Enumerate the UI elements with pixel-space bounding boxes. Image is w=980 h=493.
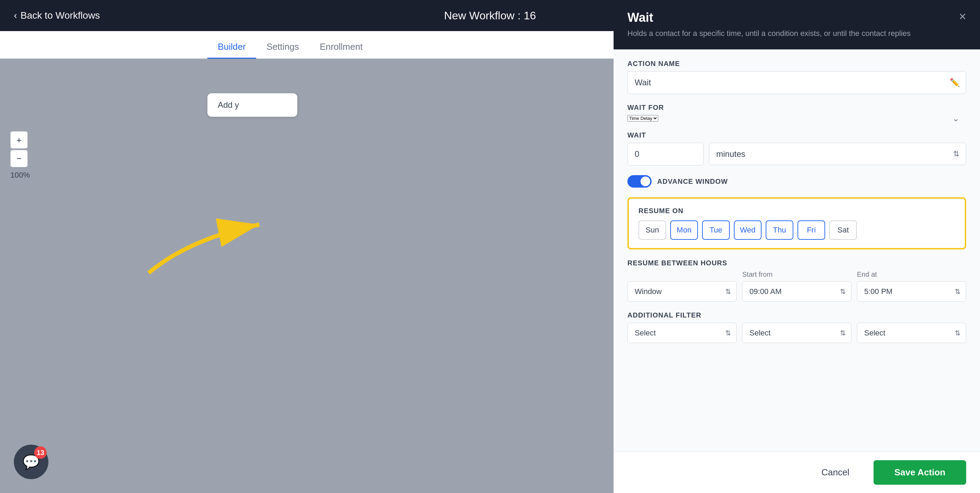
day-wed[interactable]: Wed (734, 220, 762, 240)
filter-select-3[interactable]: Select (857, 323, 966, 343)
advance-window-row: ADVANCE WINDOW (627, 175, 966, 188)
edit-icon: ✏️ (950, 78, 960, 87)
action-name-group: ACTION NAME ✏️ (627, 60, 966, 94)
zoom-controls: + − 100% (10, 131, 30, 180)
side-panel: Wait Holds a contact for a specific time… (614, 0, 980, 493)
window-select-wrapper: Window (627, 281, 737, 301)
day-sat[interactable]: Sat (829, 220, 857, 240)
wait-row: minutes hours days (627, 143, 966, 165)
wait-for-group: WAIT FOR Time Delay (627, 104, 966, 122)
back-label: Back to Workflows (21, 10, 100, 21)
action-name-label: ACTION NAME (627, 60, 966, 68)
wait-group: WAIT minutes hours days (627, 131, 966, 165)
chat-widget[interactable]: 💬 13 (14, 445, 48, 479)
window-select[interactable]: Window (627, 281, 737, 301)
filter-col-2: Select (742, 323, 851, 343)
advance-window-toggle[interactable] (627, 175, 652, 188)
back-arrow-icon: ‹ (14, 10, 17, 21)
days-row: Sun Mon Tue Wed Thu Fri Sat (638, 220, 955, 240)
wait-for-label: WAIT FOR (627, 104, 966, 112)
canvas-node: Add y (207, 93, 297, 117)
action-name-input[interactable] (627, 71, 966, 94)
panel-subtitle: Holds a contact for a specific time, unt… (627, 28, 910, 39)
add-step-text: Add y (218, 100, 239, 109)
wait-for-select-wrapper: Time Delay (627, 115, 966, 122)
day-mon[interactable]: Mon (670, 220, 698, 240)
start-from-col: Start from 09:00 AM (742, 271, 851, 301)
filter-select-2[interactable]: Select (742, 323, 851, 343)
resume-between-hours-group: RESUME BETWEEN HOURS Window Start from 0… (627, 259, 966, 301)
start-from-label: Start from (742, 271, 851, 279)
action-name-wrapper: ✏️ (627, 71, 966, 94)
panel-header: Wait Holds a contact for a specific time… (614, 0, 980, 49)
day-tue[interactable]: Tue (702, 220, 730, 240)
day-thu[interactable]: Thu (766, 220, 793, 240)
end-at-col: End at 5:00 PM (857, 271, 966, 301)
advance-window-label: ADVANCE WINDOW (657, 178, 728, 185)
end-at-label: End at (857, 271, 966, 279)
wait-number-input[interactable] (627, 143, 703, 165)
window-col: Window (627, 281, 737, 301)
hours-row: Window Start from 09:00 AM End at (627, 271, 966, 301)
zoom-out-button[interactable]: − (10, 150, 28, 167)
wait-label: WAIT (627, 131, 966, 139)
workflow-title: New Workflow : 16 (444, 10, 536, 22)
resume-on-section: RESUME ON Sun Mon Tue Wed Thu Fri Sat (627, 197, 966, 249)
end-at-select-wrapper: 5:00 PM (857, 281, 966, 301)
end-at-select[interactable]: 5:00 PM (857, 281, 966, 301)
close-button[interactable]: × (959, 10, 966, 23)
zoom-level: 100% (10, 171, 30, 180)
day-fri[interactable]: Fri (797, 220, 825, 240)
chat-badge: 13 (34, 446, 47, 459)
resume-between-hours-label: RESUME BETWEEN HOURS (627, 259, 966, 267)
arrow-svg (121, 197, 294, 283)
panel-footer: Cancel Save Action (614, 452, 980, 493)
zoom-in-button[interactable]: + (10, 131, 28, 149)
toggle-knob (641, 176, 650, 186)
filter-select-1[interactable]: Select (627, 323, 737, 343)
panel-title-section: Wait Holds a contact for a specific time… (627, 10, 910, 39)
resume-on-label: RESUME ON (638, 207, 955, 215)
back-button[interactable]: ‹ Back to Workflows (14, 10, 100, 21)
additional-filter-label: ADDITIONAL FILTER (627, 311, 966, 319)
cancel-button[interactable]: Cancel (804, 460, 867, 485)
panel-title: Wait (627, 10, 910, 25)
start-from-select[interactable]: 09:00 AM (742, 281, 851, 301)
filter-col-1: Select (627, 323, 737, 343)
filter-col-3: Select (857, 323, 966, 343)
wait-for-select[interactable]: Time Delay (627, 115, 658, 122)
wait-unit-select[interactable]: minutes hours days (709, 143, 966, 165)
tab-enrollment[interactable]: Enrollment (309, 36, 373, 59)
tab-settings[interactable]: Settings (256, 36, 309, 59)
day-sun[interactable]: Sun (638, 220, 666, 240)
tab-builder[interactable]: Builder (207, 36, 256, 59)
filter-row: Select Select Select (627, 323, 966, 343)
start-from-select-wrapper: 09:00 AM (742, 281, 851, 301)
panel-content: ACTION NAME ✏️ WAIT FOR Time Delay WAIT (614, 49, 980, 452)
arrow-annotation (121, 197, 294, 285)
additional-filter-group: ADDITIONAL FILTER Select Select Select (627, 311, 966, 343)
wait-unit-wrapper: minutes hours days (709, 143, 966, 165)
save-action-button[interactable]: Save Action (873, 460, 966, 485)
